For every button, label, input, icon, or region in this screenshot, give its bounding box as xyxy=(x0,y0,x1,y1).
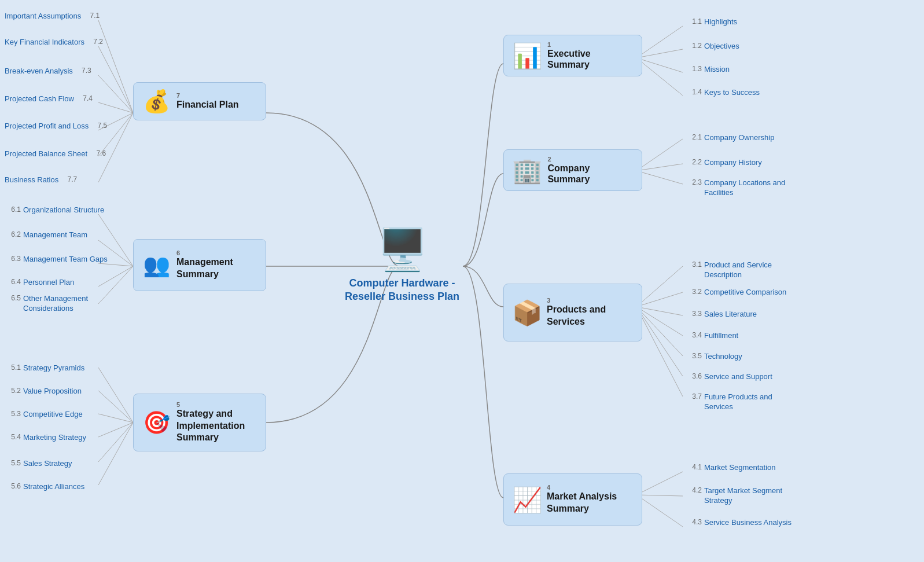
sub-1-4[interactable]: 1.4 Keys to Success xyxy=(686,88,760,98)
sub-2-3[interactable]: 2.3 Company Locations and Facilities xyxy=(686,178,794,198)
market-analysis-node[interactable]: 📈 4 Market Analysis Summary xyxy=(503,473,642,526)
sub-7-1-label: Important Assumptions xyxy=(5,12,81,21)
sub-2-2-num: 2.2 xyxy=(686,158,702,166)
executive-summary-node[interactable]: 📊 1 Executive Summary xyxy=(503,35,642,76)
sub-1-1[interactable]: 1.1 Highlights xyxy=(686,17,737,27)
sub-7-4[interactable]: 7.4 Projected Cash Flow xyxy=(5,94,93,104)
sub-2-2[interactable]: 2.2 Company History xyxy=(686,158,762,168)
sub-7-7-label: Business Ratios xyxy=(5,175,58,185)
financial-number: 7 xyxy=(176,92,239,99)
sub-6-4-label: Personnel Plan xyxy=(23,278,74,288)
sub-7-5-label: Projected Profit and Loss xyxy=(5,122,89,131)
center-node: 🖥️ Computer Hardware - Reseller Business… xyxy=(341,226,463,304)
exec-icon: 📊 xyxy=(512,42,542,70)
sub-7-5[interactable]: 7.5 Projected Profit and Loss xyxy=(5,122,107,131)
sub-4-3-num: 4.3 xyxy=(686,518,702,526)
sub-3-2[interactable]: 3.2 Competitive Comparison xyxy=(686,288,786,297)
company-title: Company Summary xyxy=(547,163,634,185)
svg-line-31 xyxy=(98,414,133,423)
sub-4-1[interactable]: 4.1 Market Segmentation xyxy=(686,463,776,473)
sub-3-3[interactable]: 3.3 Sales Literature xyxy=(686,310,757,319)
company-content: 2 Company Summary xyxy=(547,156,634,185)
sub-7-2[interactable]: 7.2 Key Financial Indicators xyxy=(5,38,103,47)
sub-2-1-label: Company Ownership xyxy=(704,133,774,143)
sub-5-3-label: Competitive Edge xyxy=(23,410,83,420)
sub-7-2-num: 7.2 xyxy=(87,38,103,46)
sub-3-1[interactable]: 3.1 Product and Service Description xyxy=(686,260,794,280)
svg-line-4 xyxy=(636,139,683,171)
sub-5-4[interactable]: 5.4 Marketing Strategy xyxy=(5,433,86,443)
sub-6-3[interactable]: 6.3 Management Team Gaps xyxy=(5,255,108,265)
sub-4-3[interactable]: 4.3 Service Business Analysis xyxy=(686,518,792,528)
sub-7-6-label: Projected Balance Sheet xyxy=(5,149,87,159)
sub-2-1[interactable]: 2.1 Company Ownership xyxy=(686,133,774,143)
mind-map: 🖥️ Computer Hardware - Reseller Business… xyxy=(0,0,924,562)
sub-7-6[interactable]: 7.6 Projected Balance Sheet xyxy=(5,149,106,159)
strategy-title: Strategy and Implementation Summary xyxy=(176,408,257,444)
sub-7-4-num: 7.4 xyxy=(76,94,93,102)
svg-line-30 xyxy=(98,391,133,423)
svg-line-6 xyxy=(636,171,683,184)
svg-line-13 xyxy=(636,307,683,396)
svg-line-32 xyxy=(98,423,133,437)
company-number: 2 xyxy=(547,156,634,163)
sub-1-3-label: Mission xyxy=(704,65,730,75)
products-content: 3 Products and Services xyxy=(547,297,634,328)
financial-plan-node[interactable]: 💰 7 Financial Plan xyxy=(133,82,266,120)
products-title: Products and Services xyxy=(547,304,634,328)
sub-3-5[interactable]: 3.5 Technology xyxy=(686,352,742,362)
management-title: Management Summary xyxy=(176,256,257,281)
sub-3-3-label: Sales Literature xyxy=(704,310,757,319)
sub-7-3[interactable]: 7.3 Break-even Analysis xyxy=(5,67,91,76)
svg-line-29 xyxy=(98,368,133,423)
sub-5-5[interactable]: 5.5 Sales Strategy xyxy=(5,459,72,469)
svg-line-9 xyxy=(636,307,683,315)
sub-1-2[interactable]: 1.2 Objectives xyxy=(686,42,739,52)
svg-line-15 xyxy=(636,495,683,496)
sub-4-2[interactable]: 4.2 Target Market Segment Strategy xyxy=(686,486,794,506)
sub-3-4[interactable]: 3.4 Fulfillment xyxy=(686,331,738,341)
sub-5-1[interactable]: 5.1 Strategy Pyramids xyxy=(5,363,84,373)
sub-1-3[interactable]: 1.3 Mission xyxy=(686,65,730,75)
sub-7-5-num: 7.5 xyxy=(91,122,107,130)
sub-7-1[interactable]: 7.1 Important Assumptions xyxy=(5,12,100,21)
sub-6-4[interactable]: 6.4 Personnel Plan xyxy=(5,278,74,288)
sub-4-2-label: Target Market Segment Strategy xyxy=(704,486,794,506)
sub-6-1[interactable]: 6.1 Organizational Structure xyxy=(5,205,104,215)
products-services-node[interactable]: 📦 3 Products and Services xyxy=(503,284,642,341)
company-summary-node[interactable]: 🏢 2 Company Summary xyxy=(503,149,642,191)
sub-3-7-num: 3.7 xyxy=(686,392,702,401)
exec-title: Executive Summary xyxy=(547,48,634,70)
center-title: Computer Hardware - Reseller Business Pl… xyxy=(341,277,463,304)
sub-5-3[interactable]: 5.3 Competitive Edge xyxy=(5,410,83,420)
sub-6-2[interactable]: 6.2 Management Team xyxy=(5,230,87,240)
sub-5-5-num: 5.5 xyxy=(5,459,21,467)
sub-5-3-num: 5.3 xyxy=(5,410,21,418)
strategy-summary-node[interactable]: 🎯 5 Strategy and Implementation Summary xyxy=(133,394,266,451)
sub-2-1-num: 2.1 xyxy=(686,133,702,141)
sub-7-1-num: 7.1 xyxy=(83,12,100,20)
market-content: 4 Market Analysis Summary xyxy=(547,484,634,515)
management-summary-node[interactable]: 👥 6 Management Summary xyxy=(133,239,266,291)
sub-7-7[interactable]: 7.7 Business Ratios xyxy=(5,175,77,185)
sub-4-1-label: Market Segmentation xyxy=(704,463,776,473)
sub-2-3-label: Company Locations and Facilities xyxy=(704,178,794,198)
exec-content: 1 Executive Summary xyxy=(547,41,634,70)
management-content: 6 Management Summary xyxy=(176,249,257,281)
sub-5-6-num: 5.6 xyxy=(5,482,21,490)
sub-4-3-label: Service Business Analysis xyxy=(704,518,792,528)
sub-3-4-num: 3.4 xyxy=(686,331,702,339)
sub-5-2[interactable]: 5.2 Value Proposition xyxy=(5,387,82,396)
sub-6-5[interactable]: 6.5 Other Management Considerations xyxy=(5,294,113,314)
sub-3-7[interactable]: 3.7 Future Products and Services xyxy=(686,392,797,412)
sub-7-3-label: Break-even Analysis xyxy=(5,67,73,76)
sub-3-6-num: 3.6 xyxy=(686,372,702,380)
svg-line-33 xyxy=(98,423,133,462)
sub-7-3-num: 7.3 xyxy=(75,67,91,75)
sub-3-6[interactable]: 3.6 Service and Support xyxy=(686,372,772,382)
svg-line-11 xyxy=(636,307,683,356)
sub-7-7-num: 7.7 xyxy=(61,175,77,183)
sub-4-1-num: 4.1 xyxy=(686,463,702,471)
sub-5-6[interactable]: 5.6 Strategic Alliances xyxy=(5,482,84,492)
svg-line-20 xyxy=(98,102,133,113)
